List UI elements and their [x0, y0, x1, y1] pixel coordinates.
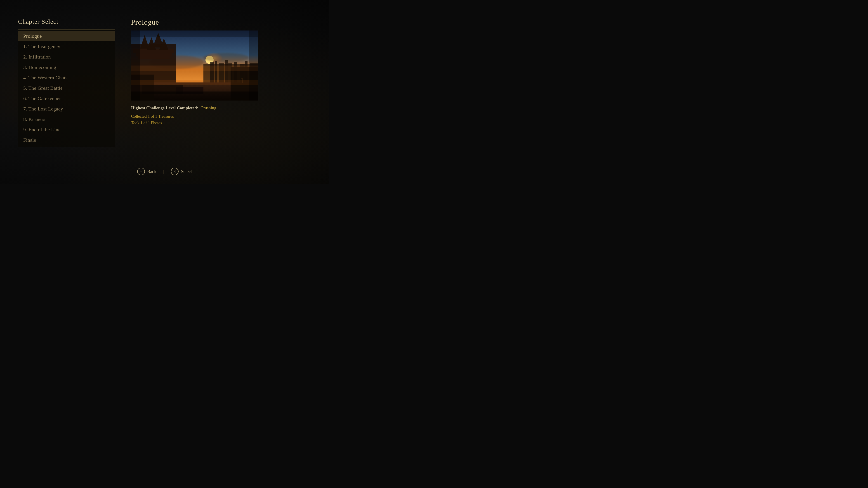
challenge-label: Highest Challenge Level Completed: [131, 105, 198, 110]
chapter-image-svg [131, 31, 258, 101]
chapter-list: Prologue1. The Insurgency2. Infiltration… [18, 29, 115, 147]
panel-title: Chapter Select [18, 18, 115, 25]
chapter-item-8[interactable]: 8. Partners [18, 114, 115, 125]
bottom-bar: ○ Back | ✕ Select [0, 168, 329, 175]
ui-container: Chapter Select Prologue1. The Insurgency… [0, 0, 329, 184]
svg-rect-17 [135, 53, 172, 57]
circle-icon: ○ [137, 168, 145, 175]
stat-treasures: Collected 1 of 1 Treasures [131, 114, 258, 119]
chapter-item-6[interactable]: 6. The Gatekeeper [18, 93, 115, 104]
svg-rect-6 [210, 62, 214, 83]
challenge-value: Crushing [200, 105, 216, 110]
back-label: Back [147, 169, 156, 174]
separator: | [163, 168, 164, 174]
detail-panel: Prologue [131, 18, 258, 127]
svg-rect-7 [215, 61, 217, 83]
back-hint[interactable]: ○ Back [137, 168, 156, 175]
svg-rect-33 [249, 31, 258, 101]
chapter-item-2[interactable]: 2. Infiltration [18, 52, 115, 62]
detail-title: Prologue [131, 18, 258, 26]
svg-rect-30 [131, 80, 258, 85]
chapter-item-1[interactable]: 1. The Insurgency [18, 41, 115, 52]
svg-rect-32 [131, 31, 140, 101]
x-icon: ✕ [171, 168, 179, 175]
chapter-item-10[interactable]: Finale [18, 135, 115, 145]
chapter-item-4[interactable]: 4. The Western Ghats [18, 72, 115, 83]
chapter-item-0[interactable]: Prologue [18, 31, 115, 41]
stat-photos: Took 1 of 1 Photos [131, 121, 258, 125]
chapter-select-panel: Chapter Select Prologue1. The Insurgency… [18, 18, 115, 147]
chapter-item-7[interactable]: 7. The Lost Legacy [18, 104, 115, 114]
select-hint[interactable]: ✕ Select [171, 168, 192, 175]
svg-rect-35 [131, 31, 258, 37]
challenge-row: Highest Challenge Level Completed: Crush… [131, 105, 258, 110]
svg-rect-34 [131, 92, 258, 101]
chapter-item-9[interactable]: 9. End of the Line [18, 125, 115, 135]
svg-point-27 [241, 78, 243, 79]
svg-rect-31 [131, 66, 258, 71]
chapter-item-5[interactable]: 5. The Great Battle [18, 83, 115, 93]
svg-rect-18 [138, 57, 169, 59]
chapter-image [131, 31, 258, 101]
chapter-item-3[interactable]: 3. Homecoming [18, 62, 115, 72]
select-label: Select [181, 169, 192, 174]
